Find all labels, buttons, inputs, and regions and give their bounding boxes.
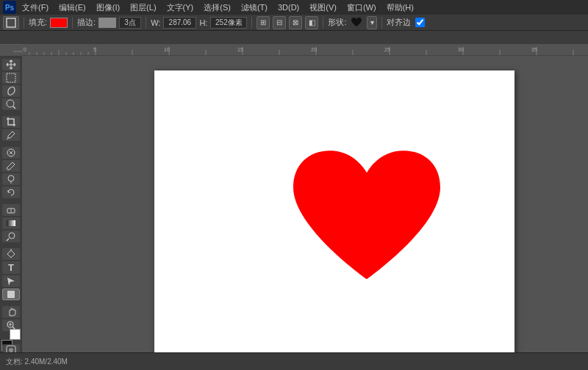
fill-color-swatch[interactable]	[50, 18, 68, 28]
brush-tool[interactable]	[2, 160, 20, 172]
menu-text[interactable]: 文字(Y)	[162, 1, 198, 14]
svg-text:5: 5	[93, 47, 96, 52]
svg-point-58	[8, 175, 14, 181]
toolbar-separator-1	[24, 17, 24, 29]
menu-edit[interactable]: 编辑(E)	[54, 1, 90, 14]
ruler-top: 0 5 10 15 20 25 30 35	[22, 44, 588, 56]
svg-line-55	[13, 106, 16, 109]
pen-tool[interactable]	[2, 248, 20, 260]
svg-point-63	[9, 233, 15, 239]
ps-logo: Ps	[3, 1, 16, 14]
shape-tool-icon[interactable]	[3, 16, 19, 29]
lasso-tool[interactable]	[2, 85, 20, 97]
type-tool[interactable]: T	[2, 261, 20, 274]
align-icon-4[interactable]: ◧	[305, 16, 318, 29]
toolbar-separator-3	[146, 17, 146, 29]
menu-layer[interactable]: 图层(L)	[126, 1, 160, 14]
quick-mask-btn[interactable]	[2, 344, 20, 352]
clone-tool[interactable]	[2, 173, 20, 185]
status-bar: 文档: 2.40M/2.40M	[0, 352, 588, 370]
align-icon-1[interactable]: ⊞	[257, 16, 270, 29]
svg-text:35: 35	[531, 47, 537, 52]
menu-3d[interactable]: 3D(D)	[273, 2, 304, 12]
shape-options-btn[interactable]: ▾	[367, 16, 377, 29]
menu-bar: Ps 文件(F) 编辑(E) 图像(I) 图层(L) 文字(Y) 选择(S) 滤…	[0, 0, 588, 15]
eraser-tool[interactable]	[2, 204, 20, 216]
heart-container	[286, 147, 448, 303]
svg-text:15: 15	[237, 47, 243, 52]
svg-rect-66	[7, 291, 15, 298]
svg-text:20: 20	[311, 47, 317, 52]
quick-select-tool[interactable]	[2, 98, 20, 110]
eyedropper-tool[interactable]	[2, 129, 20, 141]
svg-line-56	[7, 138, 8, 139]
toolbar-separator-5	[323, 17, 323, 29]
svg-text:10: 10	[164, 47, 170, 52]
crop-tool[interactable]	[2, 116, 20, 128]
hand-tool[interactable]	[2, 306, 20, 318]
menu-view[interactable]: 视图(V)	[305, 1, 341, 14]
svg-rect-53	[7, 73, 15, 82]
menu-help[interactable]: 帮助(H)	[382, 1, 418, 14]
toolbar-separator-4	[251, 17, 252, 29]
menu-filter[interactable]: 滤镜(T)	[237, 1, 272, 14]
toolbar-separator-2	[72, 17, 73, 29]
shape-tool[interactable]	[2, 289, 20, 300]
stroke-label: 描边:	[77, 17, 96, 28]
height-input[interactable]	[210, 17, 247, 29]
heal-tool[interactable]	[2, 147, 20, 159]
width-input[interactable]	[163, 17, 196, 29]
canvas-area	[22, 56, 588, 352]
align-icon-3[interactable]: ⊠	[289, 16, 302, 29]
document-canvas[interactable]	[154, 70, 514, 352]
menu-window[interactable]: 窗口(W)	[343, 1, 381, 14]
svg-rect-62	[7, 220, 15, 226]
move-tool[interactable]	[2, 59, 20, 70]
svg-line-64	[7, 239, 9, 241]
history-brush-tool[interactable]	[2, 186, 20, 198]
gradient-tool[interactable]	[2, 217, 20, 229]
dodge-tool[interactable]	[2, 231, 20, 242]
fill-label: 填充:	[29, 17, 47, 28]
path-select-tool[interactable]	[2, 275, 20, 287]
heart-svg	[286, 147, 448, 301]
svg-text:0: 0	[24, 47, 26, 52]
menu-file[interactable]: 文件(F)	[18, 1, 53, 14]
svg-text:30: 30	[458, 47, 464, 52]
shape-label: 形状:	[328, 17, 346, 28]
tool-panel: T	[0, 56, 22, 352]
ruler-top-svg: 0 5 10 15 20 25 30 35	[22, 44, 588, 56]
menu-image[interactable]: 图像(I)	[92, 1, 124, 14]
width-label: W:	[151, 18, 160, 27]
align-edges-label: 对齐边	[387, 17, 411, 28]
stroke-color-swatch[interactable]	[98, 18, 116, 28]
stroke-size-input[interactable]	[119, 17, 141, 29]
marquee-tool[interactable]	[2, 72, 20, 84]
top-toolbar: 填充: 描边: W: H: ⊞ ⊟ ⊠ ◧ 形状: ▾ 对齐边	[0, 15, 588, 31]
doc-info: 文档: 2.40M/2.40M	[6, 357, 68, 367]
svg-rect-1	[22, 44, 588, 56]
background-color[interactable]	[10, 329, 21, 340]
shape-heart-icon[interactable]	[349, 17, 364, 29]
align-edges-checkbox[interactable]	[415, 18, 425, 27]
toolbar-separator-6	[381, 17, 382, 29]
svg-text:25: 25	[384, 47, 390, 52]
menu-select[interactable]: 选择(S)	[199, 1, 235, 14]
align-icon-2[interactable]: ⊟	[273, 16, 286, 29]
svg-rect-0	[7, 18, 15, 27]
height-label: H:	[199, 18, 207, 27]
